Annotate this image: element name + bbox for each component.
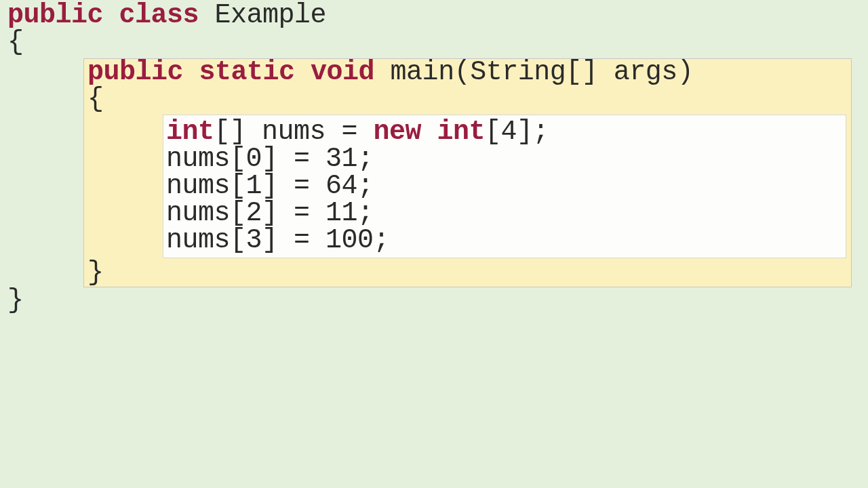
method-open-brace: { [85,86,850,113]
keyword-int: int [166,117,214,147]
class-open-brace: { [5,29,863,56]
space [295,57,311,87]
decl-text2: [4]; [485,117,549,147]
method-close-brace: } [85,260,850,287]
keyword-void: void [311,57,374,87]
array-assign-2: nums[2] = 11; [163,200,846,227]
keyword-static: static [199,57,295,87]
decl-space [421,117,437,147]
method-block: public static void main(String[] args) {… [83,58,852,287]
keyword-int2: int [437,117,486,147]
array-assign-3: nums[3] = 100; [163,227,846,254]
method-signature: main(String[] args) [374,57,693,87]
array-assign-1: nums[1] = 64; [163,173,846,200]
class-close-brace: } [5,287,863,314]
keyword-new: new [374,117,422,147]
keyword-public: public [87,57,183,87]
method-declaration: public static void main(String[] args) [85,59,850,86]
class-name: Example [215,0,327,30]
class-block: public class Example { public static voi… [5,2,863,314]
method-body-block: int[] nums = new int[4]; nums[0] = 31; n… [163,115,846,258]
array-assign-0: nums[0] = 31; [163,146,846,173]
space [199,0,215,30]
keyword-class: class [119,0,199,30]
space [183,57,199,87]
decl-text1: [] nums = [214,117,374,147]
class-declaration: public class Example [5,2,863,29]
space [103,0,119,30]
array-declaration: int[] nums = new int[4]; [163,119,846,146]
keyword-public: public [7,0,103,30]
